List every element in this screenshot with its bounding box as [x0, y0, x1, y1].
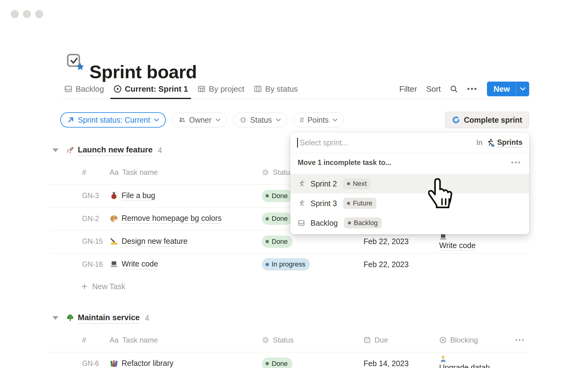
chevron-down-icon — [154, 118, 159, 122]
chevron-down-icon — [276, 118, 281, 122]
writing-hand-emoji — [110, 237, 118, 246]
status-label: Done — [272, 192, 288, 200]
column-header-status-label: Status — [273, 336, 294, 344]
status-badge[interactable]: Done — [262, 358, 292, 368]
sprint-option-sprint-3[interactable]: Sprint 3Future — [290, 194, 529, 213]
complete-sprint-button[interactable]: Complete sprint — [445, 112, 529, 128]
task-id: GN-2 — [82, 215, 110, 223]
task-status-cell[interactable]: Done — [262, 236, 364, 248]
page-icon[interactable] — [66, 52, 82, 69]
column-header-status[interactable]: Status — [262, 336, 364, 344]
task-name-link[interactable]: Design new feature — [122, 237, 187, 247]
new-button[interactable]: New — [487, 84, 516, 94]
chevron-down-icon — [333, 118, 337, 122]
sprint-stage-badge: Next — [343, 178, 371, 189]
filter-button[interactable]: Filter — [399, 84, 417, 94]
column-header-blocking[interactable]: Blocking — [439, 336, 515, 344]
task-id: GN-15 — [82, 237, 110, 246]
column-header-id[interactable]: # — [82, 336, 110, 344]
table-row[interactable]: GN-16Write codeIn progressFeb 22, 2023 — [48, 253, 529, 276]
popup-heading-row: Move 1 incomplete task to... ••• — [290, 153, 529, 172]
task-due-cell[interactable]: Feb 22, 2023 — [364, 237, 439, 246]
status-badge[interactable]: Done — [262, 236, 292, 248]
filter-chip-owner[interactable]: Owner — [172, 113, 227, 127]
task-name-link[interactable]: Write code — [122, 259, 158, 269]
status-badge[interactable]: Done — [262, 213, 292, 225]
column-header-blocking-label: Blocking — [450, 336, 478, 344]
badge-dot-icon — [266, 240, 269, 243]
tab-backlog[interactable]: Backlog — [64, 79, 104, 99]
sprint-search-row: In Sprints — [290, 132, 529, 153]
task-name-cell[interactable]: Remove homepage bg colors — [110, 214, 262, 224]
new-task-label: New Task — [92, 282, 125, 291]
aa-icon: Aa — [110, 336, 119, 344]
view-tabs: BacklogCurrent: Sprint 1By projectBy sta… — [64, 79, 298, 99]
popup-more-button[interactable]: ••• — [511, 159, 521, 167]
tab-by-status[interactable]: By status — [254, 79, 298, 99]
new-dropdown-button[interactable] — [516, 82, 529, 96]
window-zoom-button[interactable] — [35, 10, 43, 18]
status-label: Done — [272, 238, 288, 246]
table-row[interactable]: GN-6Refactor libraryDoneFeb 14, 2023Upgr… — [48, 352, 529, 368]
badge-dot-icon — [347, 202, 350, 205]
filter-chip-points[interactable]: #Points — [293, 113, 344, 127]
column-header-due[interactable]: Due — [364, 336, 439, 344]
tab-by-project[interactable]: By project — [197, 79, 244, 99]
sprint-option-label: Sprint 3 — [311, 199, 337, 208]
window-minimize-button[interactable] — [23, 10, 31, 18]
chevron-down-icon — [520, 87, 526, 91]
tab-label: By project — [209, 84, 244, 94]
task-due-cell[interactable]: Feb 22, 2023 — [364, 260, 439, 269]
scope-sprints-link[interactable]: Sprints — [497, 138, 522, 148]
new-task-button[interactable]: New Task — [48, 276, 529, 297]
task-blocking-cell[interactable]: Write code — [439, 233, 515, 250]
tab-current[interactable]: Current: Sprint 1 — [113, 79, 188, 99]
table-header-row: #AaTask nameStatusDueBlocking••• — [48, 328, 529, 352]
sprint-search-input[interactable] — [299, 138, 477, 148]
search-icon[interactable] — [450, 85, 458, 93]
task-name-cell[interactable]: Write code — [110, 259, 262, 269]
badge-label: Next — [353, 180, 367, 188]
chip-label: Sprint status: Current — [78, 116, 150, 125]
octagon-x-icon — [439, 336, 447, 344]
task-name-cell[interactable]: Refactor library — [110, 359, 262, 368]
sprint-option-sprint-2[interactable]: Sprint 2Next — [290, 174, 529, 194]
column-header-id[interactable]: # — [82, 168, 110, 177]
task-name-link[interactable]: Remove homepage bg colors — [122, 214, 222, 224]
badge-label: Future — [353, 199, 372, 207]
sort-button[interactable]: Sort — [426, 84, 441, 94]
task-id: GN-16 — [82, 260, 110, 269]
tab-label: Current: Sprint 1 — [125, 84, 188, 94]
blocking-task-link[interactable]: Upgrade datab — [439, 363, 490, 368]
window-close-button[interactable] — [11, 10, 19, 18]
toggle-triangle-icon[interactable] — [52, 148, 58, 152]
chip-label: Owner — [189, 116, 212, 125]
group-title[interactable]: Launch new feature — [78, 145, 153, 156]
task-name-cell[interactable]: Design new feature — [110, 237, 262, 247]
filter-chip-sprint-status[interactable]: Sprint status: Current — [60, 112, 166, 128]
task-status-cell[interactable]: Done — [262, 358, 364, 368]
filter-chip-status[interactable]: Status — [233, 113, 287, 127]
status-badge[interactable]: In progress — [262, 258, 310, 270]
group-title[interactable]: Maintain service — [78, 313, 140, 324]
task-status-cell[interactable]: In progress — [262, 258, 364, 270]
column-header-more-button[interactable]: ••• — [515, 336, 529, 344]
spinner-icon — [262, 169, 269, 176]
task-blocking-cell[interactable]: Upgrade datab — [439, 355, 515, 368]
toggle-triangle-icon[interactable] — [52, 316, 58, 320]
task-name-link[interactable]: File a bug — [122, 191, 155, 201]
blocking-task-link[interactable]: Write code — [439, 241, 476, 251]
status-label: Done — [272, 215, 288, 223]
new-button-group: New — [487, 82, 529, 96]
more-options-button[interactable]: ••• — [467, 85, 477, 93]
badge-dot-icon — [266, 217, 269, 220]
task-name-link[interactable]: Refactor library — [122, 359, 174, 368]
column-header-name[interactable]: AaTask name — [110, 168, 262, 177]
column-header-name[interactable]: AaTask name — [110, 336, 262, 344]
sprint-option-backlog[interactable]: BacklogBacklog — [290, 213, 529, 233]
aa-icon: Aa — [110, 168, 119, 177]
task-name-cell[interactable]: File a bug — [110, 191, 262, 201]
task-due-cell[interactable]: Feb 14, 2023 — [364, 359, 439, 368]
status-badge[interactable]: Done — [262, 190, 292, 202]
window-controls — [11, 10, 43, 18]
